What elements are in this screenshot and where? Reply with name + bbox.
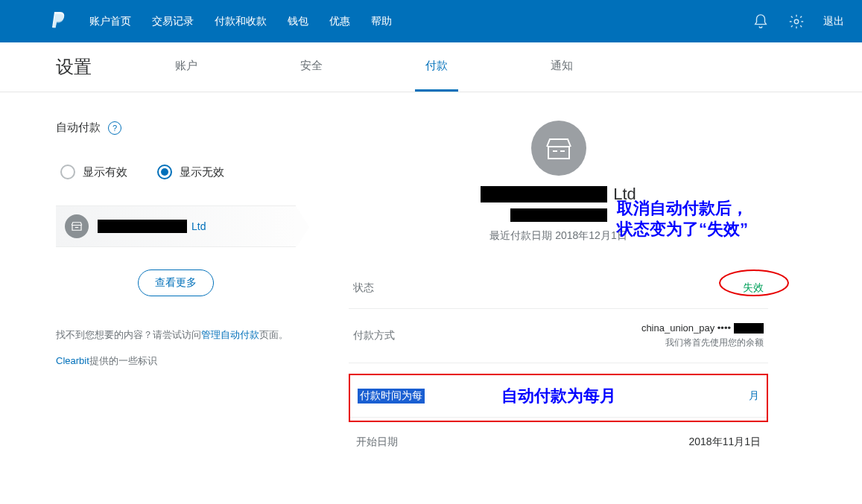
merchant-list-item[interactable]: Ltd — [56, 205, 296, 247]
last-payment-label: 最近付款日期 — [489, 229, 552, 241]
annotation-text: 自动付款为每月 — [501, 385, 616, 407]
gear-icon[interactable] — [787, 13, 805, 31]
redacted-text — [481, 186, 607, 202]
status-label: 状态 — [353, 281, 374, 295]
nav-activity[interactable]: 交易记录 — [152, 15, 194, 28]
payment-method-value: china_union_pay •••• — [641, 322, 764, 334]
status-value: 失效 — [743, 281, 764, 295]
paypal-logo-icon[interactable] — [49, 10, 69, 33]
show-more-button[interactable]: 查看更多 — [138, 269, 214, 296]
annotation-text: 取消自动付款后， 状态变为了“失效” — [617, 198, 748, 239]
payment-method-label: 付款方式 — [353, 329, 395, 342]
redacted-text — [734, 323, 764, 334]
start-date-value: 2018年11月1日 — [688, 436, 761, 449]
merchant-avatar-icon — [531, 121, 586, 176]
merchant-name: Ltd — [98, 220, 206, 233]
nav-offers[interactable]: 优惠 — [329, 15, 350, 28]
manage-auto-payments-link[interactable]: 管理自动付款 — [201, 329, 259, 340]
redacted-text — [98, 220, 187, 233]
page-title: 设置 — [56, 55, 92, 79]
radio-show-active-label: 显示有效 — [83, 165, 127, 179]
help-note-text: 找不到您想要的内容？请尝试访问 — [56, 329, 201, 340]
radio-show-inactive-label: 显示无效 — [180, 165, 224, 179]
svg-point-0 — [794, 19, 799, 24]
nav-help[interactable]: 帮助 — [371, 15, 392, 28]
frequency-value: 月 — [749, 389, 759, 403]
redacted-text — [510, 208, 607, 222]
auto-payments-title: 自动付款 — [56, 121, 101, 135]
bell-icon[interactable] — [752, 13, 770, 31]
annotation-box: 付款时间为每 自动付款为每月 月 — [349, 374, 768, 422]
radio-show-inactive[interactable]: 显示无效 — [157, 165, 224, 179]
nav-send-request[interactable]: 付款和收款 — [215, 15, 267, 28]
tab-security[interactable]: 安全 — [290, 42, 333, 92]
tab-payments[interactable]: 付款 — [415, 42, 458, 92]
help-icon[interactable]: ? — [108, 121, 121, 135]
payment-method-note: 我们将首先使用您的余额 — [665, 336, 764, 349]
radio-show-active[interactable]: 显示有效 — [60, 165, 127, 179]
frequency-label: 付款时间为每 — [358, 389, 425, 403]
clearbit-note: 提供的一些标识 — [89, 355, 157, 366]
nav-wallet[interactable]: 钱包 — [288, 15, 308, 28]
tab-account[interactable]: 账户 — [165, 42, 208, 92]
start-date-label: 开始日期 — [356, 436, 398, 449]
help-note-text-2: 页面。 — [259, 329, 288, 340]
logout-link[interactable]: 退出 — [823, 15, 844, 28]
nav-home[interactable]: 账户首页 — [89, 15, 131, 28]
clearbit-link[interactable]: Clearbit — [56, 355, 89, 366]
store-icon — [65, 214, 89, 238]
tab-notifications[interactable]: 通知 — [540, 42, 583, 92]
